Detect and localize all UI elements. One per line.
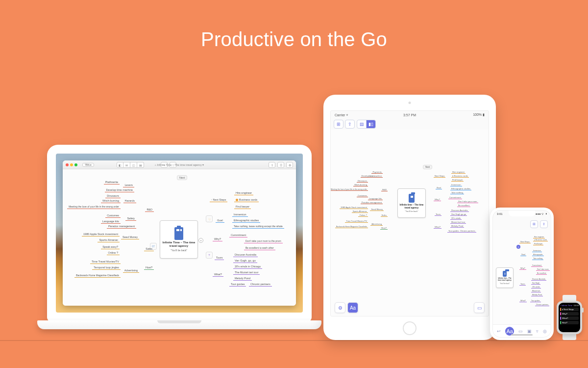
mindmap-node[interactable]: Immersion [232,212,248,217]
mindmap-node[interactable]: Time Travel Movies/TV [90,260,121,264]
mindmap-node[interactable]: Why? [434,198,441,201]
mindmap-node[interactable]: Language kits [101,219,121,224]
mindmap-node[interactable]: Hire engineer [451,171,466,174]
watch-list-item[interactable]: How? [560,321,579,324]
mindmap-node[interactable]: How? [144,265,154,270]
mindmap-node[interactable]: Online ? [358,214,368,217]
map-view-icon[interactable]: ▮▯ [366,120,376,129]
mindmap-node[interactable]: Take nothing [532,258,543,260]
filter-icon[interactable]: ▿ [536,329,539,334]
mindmap-node[interactable]: 20's winds [531,286,541,289]
mindmap-node[interactable]: Don't take mom [536,268,550,271]
mindmap-node[interactable]: Paradox management [361,201,383,204]
mindmap-node[interactable]: Meeting the love of your life in the wro… [330,188,368,191]
minimize-icon[interactable] [70,163,73,166]
grid-icon[interactable]: ⊞ [334,120,343,129]
mindmap-node[interactable]: Commitment [229,233,247,237]
layout-icon[interactable]: ⊞ [123,162,130,168]
mindmap-node[interactable]: Tours [519,283,526,286]
mindmap-node[interactable]: Time Travel Movies/TV [345,220,368,223]
image-icon[interactable]: ▣ [527,329,532,334]
mindmap-node[interactable]: Tours [215,256,224,260]
mindmap-node[interactable]: The Mozart tart tour [233,270,260,275]
mindmap-node[interactable]: Why? [213,237,222,241]
iphone-mindmap-canvas[interactable]: Infinite time – The time travel agency "… [493,230,551,324]
mindmap-node[interactable]: Hazards [123,199,136,203]
mindmap-node[interactable]: Meeting the love of your life in the wro… [67,205,121,209]
mindmap-node[interactable]: Hire engineer [533,236,545,238]
mindmap-node[interactable]: 1980 Apple Stock investment [82,232,120,237]
mindmap-node[interactable]: Van Gogh go go [450,213,467,216]
layout-icon[interactable]: ▤ [137,162,144,168]
mindmap-root-node[interactable]: Infinite time – The time travel agency "… [397,188,426,218]
mindmap-node[interactable]: Van Gogh [531,282,540,285]
card-icon[interactable]: ▭ [518,329,523,334]
mindmap-node[interactable]: Sports Almanac [352,210,368,213]
mindmap-node[interactable]: Online ? [107,251,120,255]
mindmap-node[interactable]: Sales [144,247,154,251]
mindmap-node[interactable]: Van Gogh, go, go [233,259,257,263]
mindmap-node[interactable]: Find lawyer [451,179,464,182]
mindmap-node[interactable]: Costumes [105,213,121,218]
pointer-icon[interactable]: ↖ [161,162,168,168]
mindmap-node[interactable]: 20's winds in Chicago [233,264,262,269]
image-icon[interactable]: ▭ [474,302,485,313]
layout-icon[interactable]: ◧ [117,162,123,168]
back-icon[interactable]: ↩ [497,329,501,334]
mindmap-node[interactable]: Levers [123,183,134,187]
window-traffic-lights[interactable] [66,163,77,166]
mindmap-node[interactable]: Advertising [123,268,139,273]
mindmap-node[interactable]: Backwards Home Magazine Classifieds [74,273,121,278]
share-icon[interactable]: ⇪ [269,162,275,168]
mindmap-node[interactable]: Commitment [448,196,462,199]
target-icon[interactable]: ◎ [543,329,547,334]
mindmap-node[interactable]: Tour guides [447,230,460,233]
mindmap-node[interactable]: 20's winds [450,217,462,220]
grid-icon[interactable]: ⊞ [530,220,538,228]
add-icon[interactable]: Aa [347,302,358,313]
mindmap-node[interactable]: Costumes [357,194,368,197]
mindmap-node[interactable]: Dinosaurs [105,194,121,198]
ipad-mindmap-canvas[interactable]: Next Infinite time – The time travel age… [331,130,489,316]
mindmap-node[interactable]: Take nothing [450,191,464,194]
watch-back-title[interactable]: ‹ Infinite Time [560,304,572,307]
mindmap-node[interactable]: Goal [520,254,526,256]
mindmap-node[interactable]: Goal [216,218,224,223]
mindmap-node[interactable]: Tour guides [530,300,541,302]
mindmap-node[interactable]: Find lawyer [234,205,251,209]
outline-view-icon[interactable]: ▤ [357,120,367,129]
mindmap-node[interactable]: Next Steps [434,175,445,178]
mindmap-node[interactable]: Discover Australia [450,209,469,212]
mindmap-node[interactable]: Payments [371,171,383,174]
mindmap-node[interactable]: ● Business cards [533,239,548,241]
mindmap-node[interactable]: Sports Almanac [98,238,120,242]
settings-icon[interactable]: ⚙ [286,162,293,168]
mindmap-node[interactable]: Language kits [368,197,383,200]
mindmap-node[interactable]: Advertising [370,223,383,226]
mindmap-node[interactable]: Backwards Home Magazine Classifieds [335,226,368,228]
mindmap-node[interactable]: Hire engineer [234,191,253,195]
view-segmented-control[interactable]: ▤ ▮▯ [357,120,376,129]
mindmap-root-node[interactable]: Infinite Time – The time travel agency "… [160,220,198,259]
mindmap-node[interactable]: Plathnerite [104,180,120,184]
mindmap-node[interactable]: Take nothing, leave nothing except the w… [232,224,284,229]
settings-icon[interactable]: ⚙ [335,302,345,313]
mindmap-node[interactable]: Mozart tart [531,290,541,292]
canvas-chip[interactable]: Next [423,165,432,169]
mindmap-node[interactable]: Chronic partners [535,304,549,306]
add-node-icon[interactable]: + [516,245,520,249]
mindmap-node[interactable]: Discover Australia [233,253,258,257]
layout-icon[interactable]: ◫ [130,162,137,168]
mindmap-node[interactable]: Next Steps [519,241,531,243]
mindmap-node[interactable]: Commitment [531,264,542,267]
share-icon[interactable]: ⇪ [345,120,355,129]
mindmap-node[interactable]: What? [213,272,223,277]
mindmap-node[interactable]: What? [434,226,441,229]
mindmap-node[interactable]: Speak easy? [101,245,120,249]
toolbar-tools[interactable]: ↖ ⬚ [161,162,176,168]
mindmap-node[interactable]: Ethnographic studies [450,187,471,190]
mindmap-node[interactable]: Ethnographic studies [232,218,260,223]
mindmap-node[interactable]: 1980 Apple Stock investment [340,206,368,209]
mindmap-node[interactable]: Seed Money [370,208,384,211]
mindmap-node[interactable]: Be excellent [536,272,547,275]
